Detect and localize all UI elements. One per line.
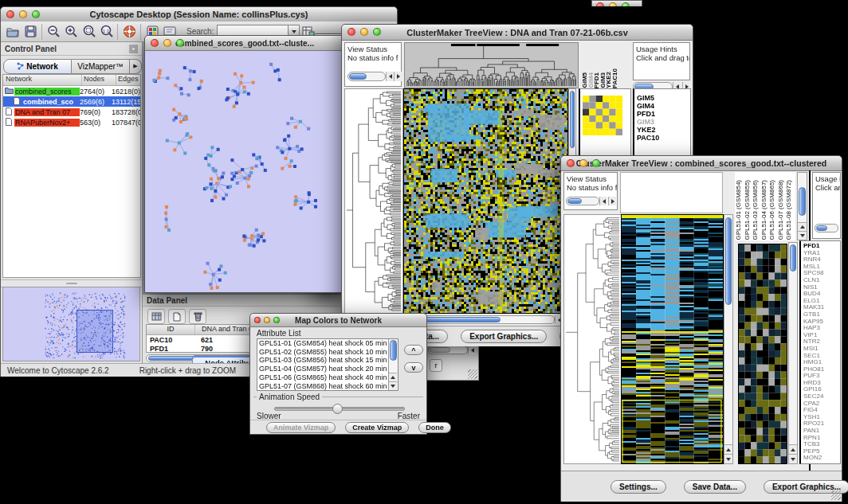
tv2-gene-label[interactable]: FIG4 — [803, 407, 840, 414]
tv2-gene-label[interactable]: CPA2 — [803, 400, 840, 408]
tv1-similarity-matrix[interactable] — [583, 96, 622, 135]
tv1-gene-label[interactable]: PAC10 — [637, 134, 690, 142]
tv2-vscroll-down[interactable] — [724, 454, 732, 463]
tv2-gene-label[interactable]: SPC98 — [803, 270, 840, 277]
minimize-icon[interactable] — [19, 10, 27, 18]
create-vizmap-button[interactable]: Create Vizmap — [345, 422, 409, 433]
minimize-icon[interactable] — [579, 159, 587, 167]
tv2-zoomed-heatmap[interactable] — [738, 244, 787, 464]
open-file-icon[interactable] — [4, 24, 22, 40]
minimize-icon[interactable] — [264, 317, 270, 323]
overview-viewport-rect[interactable] — [77, 310, 113, 353]
minimize-icon[interactable] — [163, 39, 171, 47]
attribute-list-item[interactable]: GPL51-07 (GSM868) heat shock 60 min — [259, 382, 398, 391]
tv2-gene-label[interactable]: VIP1 — [803, 332, 840, 339]
tv1-column-dendrogram[interactable] — [404, 42, 579, 88]
save-icon[interactable] — [22, 24, 39, 40]
tv2-save-data-button[interactable]: Save Data... — [684, 480, 746, 494]
close-icon[interactable] — [254, 317, 261, 323]
network-table-row[interactable]: combined_sco2569(6)13112(15) — [3, 96, 140, 107]
tv2-gene-scroll-up[interactable] — [789, 444, 797, 454]
tv2-gene-label[interactable]: MSL1 — [803, 264, 840, 271]
tv1-status-hscrollbar[interactable] — [347, 72, 386, 81]
move-up-button[interactable]: ^ — [404, 345, 423, 355]
tv2-gene-label[interactable]: NIS1 — [803, 284, 840, 291]
tv2-gene-label[interactable]: TCB3 — [803, 441, 840, 448]
tv2-gene-label[interactable]: KAP95 — [803, 318, 840, 326]
tv2-gene-label[interactable]: MSI1 — [803, 346, 840, 353]
tv1-gene-label[interactable]: GIM5 — [637, 94, 690, 102]
tv1-heatmap[interactable] — [403, 88, 568, 314]
network-table-row[interactable]: RNAPuberNov2+563(0)107847(0) — [3, 117, 140, 127]
delete-attribute-icon[interactable] — [189, 309, 206, 324]
help-icon[interactable] — [120, 24, 138, 40]
main-title-bar[interactable]: Cytoscape Desktop (Session Name: collins… — [1, 7, 397, 22]
tv1-gene-label[interactable]: PFD1 — [637, 110, 690, 118]
tv1-status-scroll-left[interactable] — [386, 72, 394, 81]
tv2-settings-button[interactable]: Settings... — [610, 480, 666, 494]
zoom-icon[interactable] — [32, 10, 40, 18]
tv2-gene-label[interactable]: SEC1 — [803, 353, 840, 360]
tv2-gene-label[interactable]: PFD1 — [803, 243, 840, 250]
zoom-icon[interactable] — [273, 317, 280, 323]
column-header-edges[interactable]: Edges — [116, 75, 140, 85]
tv2-gene-vscrollbar[interactable] — [788, 242, 798, 464]
dialog-title-bar[interactable]: Map Colors to Network — [250, 314, 426, 327]
zoom-icon[interactable] — [622, 2, 630, 6]
network-canvas[interactable] — [145, 51, 343, 292]
attribute-listbox[interactable]: GPL51-01 (GSM854) heat shock 05 minGPL51… — [257, 338, 398, 391]
tv2-labels-scroll-down[interactable] — [798, 231, 807, 240]
tv2-labels-vscrollbar[interactable] — [797, 172, 807, 240]
attribute-list-item[interactable]: GPL51-01 (GSM854) heat shock 05 min — [259, 339, 398, 348]
attribute-list-item[interactable]: GPL51-02 (GSM855) heat shock 10 min — [259, 348, 398, 357]
tv2-gene-label[interactable]: BUD4 — [803, 291, 840, 298]
attr-scroll-down[interactable] — [389, 381, 397, 390]
tv2-gene-label[interactable]: PUF3 — [803, 373, 840, 380]
tv2-gene-label[interactable]: GPI16 — [803, 386, 840, 393]
tv2-gene-label[interactable]: YRA1 — [803, 250, 840, 257]
tab-network[interactable]: Network — [3, 59, 72, 74]
tv2-gene-label[interactable]: HRD3 — [803, 380, 840, 387]
close-icon[interactable] — [6, 10, 14, 18]
slider-thumb[interactable] — [332, 404, 343, 414]
treeview2-title-bar[interactable]: ClusterMaker TreeView : combined_scores_… — [561, 156, 842, 171]
speed-slider[interactable] — [274, 407, 405, 411]
attribute-list-item[interactable]: GPL51-04 (GSM857) heat shock 20 min — [259, 365, 398, 373]
close-icon[interactable] — [151, 39, 159, 47]
network-table-row[interactable]: DNA and Tran 07769(0)183728(0) — [3, 107, 140, 117]
treeview1-title-bar[interactable]: ClusterMaker TreeView : DNA and Tran 07-… — [342, 25, 693, 41]
select-attributes-icon[interactable] — [147, 309, 165, 324]
tv2-gene-label[interactable]: RPN1 — [803, 435, 840, 442]
zoom-icon[interactable] — [176, 39, 184, 47]
fragment-scroll-left[interactable] — [468, 346, 476, 354]
tv2-gene-label[interactable]: RNR4 — [803, 256, 840, 264]
zoom-selected-icon[interactable] — [80, 24, 97, 40]
tv2-heatmap[interactable] — [621, 214, 724, 464]
minimize-icon[interactable] — [609, 2, 617, 6]
network-window-title-bar[interactable]: combined_scores_good.txt--cluste... — [145, 36, 344, 51]
column-header-nodes[interactable]: Nodes — [82, 75, 116, 85]
tv2-gene-label[interactable]: RPO21 — [803, 420, 840, 428]
tv2-gene-label[interactable]: CLN1 — [803, 277, 840, 284]
tv2-gene-label[interactable]: SEC24 — [803, 393, 840, 400]
zoom-out-icon[interactable] — [45, 24, 62, 40]
tv2-heatmap-vscrollbar[interactable] — [724, 214, 733, 464]
tv2-gene-label[interactable]: PHO81 — [803, 366, 840, 373]
tv2-status-scroll-left[interactable] — [599, 197, 607, 205]
tv2-gene-label[interactable]: HMG1 — [803, 359, 840, 366]
attr-scroll-up[interactable] — [389, 373, 397, 381]
tv1-row-dendrogram[interactable] — [344, 88, 403, 314]
tv1-gene-label[interactable]: GIM3 — [637, 118, 690, 126]
tv2-vscroll-up[interactable] — [724, 444, 732, 454]
column-header-network[interactable]: Network — [3, 75, 82, 85]
tv2-status-scroll-right[interactable] — [608, 197, 616, 205]
tv1-gene-label[interactable]: YKE2 — [637, 126, 690, 134]
attribute-list-item[interactable]: GPL51-06 (GSM865) heat shock 40 min — [259, 373, 398, 382]
tab-vizmapper[interactable]: VizMapper™ — [72, 59, 130, 74]
tv2-gene-scroll-down[interactable] — [789, 454, 797, 463]
attribute-list-item[interactable]: GPL51-03 (GSM856) heat shock 15 min — [259, 356, 398, 365]
float-panel-icon[interactable] — [129, 45, 138, 53]
tv2-gene-label[interactable]: GTB1 — [803, 311, 840, 318]
tv2-gene-label[interactable]: NTR2 — [803, 338, 840, 346]
tv2-gene-label[interactable]: PAN1 — [803, 428, 840, 435]
